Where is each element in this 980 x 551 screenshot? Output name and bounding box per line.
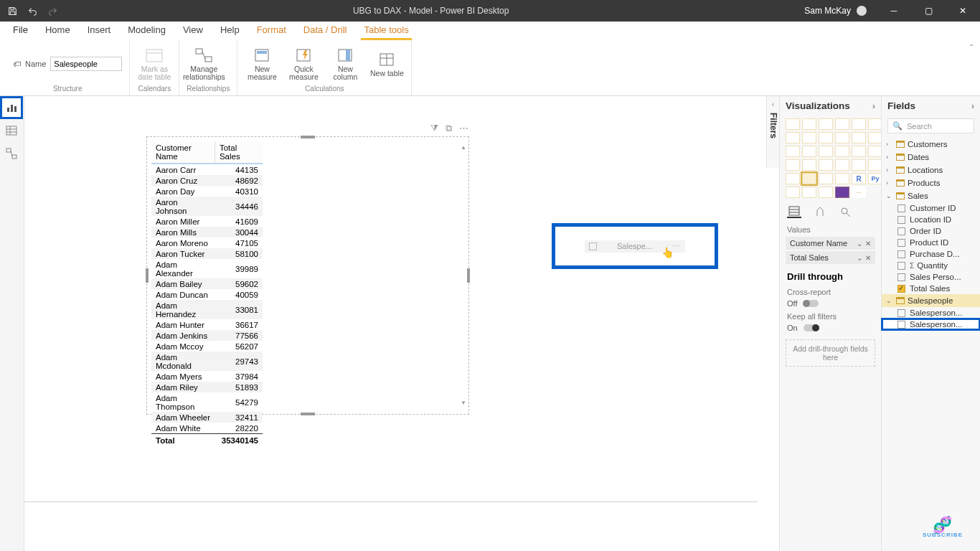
viz-shape-map[interactable] bbox=[819, 159, 833, 171]
table-row[interactable]: Aaron Cruz48692 bbox=[151, 175, 263, 186]
viz-treemap[interactable] bbox=[868, 146, 882, 157]
drill-through-dropzone[interactable]: Add drill-through fields here bbox=[786, 339, 875, 367]
table-row[interactable]: Adam Bailey59602 bbox=[151, 278, 263, 289]
viz-filled-map[interactable] bbox=[802, 159, 816, 171]
table-row[interactable]: Aaron Carr44135 bbox=[151, 164, 263, 175]
viz-line-stacked[interactable] bbox=[835, 132, 849, 143]
field-checkbox[interactable] bbox=[897, 285, 905, 293]
viz-line-clustered[interactable] bbox=[852, 132, 866, 143]
col-header-customer[interactable]: Customer Name bbox=[151, 141, 215, 164]
tab-view[interactable]: View bbox=[174, 22, 212, 39]
viz-qa[interactable] bbox=[819, 187, 833, 198]
table-row[interactable]: Aaron Johnson34446 bbox=[151, 197, 263, 216]
field-item[interactable]: Product ID bbox=[882, 237, 980, 248]
field-checkbox[interactable] bbox=[897, 239, 905, 247]
table-row[interactable]: Adam Myers37984 bbox=[151, 371, 263, 382]
tab-insert[interactable]: Insert bbox=[79, 22, 120, 39]
table-row[interactable]: Adam Wheeler32411 bbox=[151, 412, 263, 423]
mark-as-date-table-button[interactable]: Mark as date table bbox=[137, 47, 171, 81]
maximize-button[interactable]: ▢ bbox=[914, 0, 943, 22]
report-view-button[interactable] bbox=[0, 96, 23, 119]
new-column-button[interactable]: New column bbox=[328, 47, 362, 81]
table-salespeople[interactable]: ⌄Salespeople bbox=[882, 294, 980, 307]
field-checkbox[interactable] bbox=[897, 309, 905, 317]
tab-file[interactable]: File bbox=[4, 22, 37, 39]
keep-filters-toggle[interactable] bbox=[804, 324, 819, 331]
scroll-down-icon[interactable]: ▼ bbox=[460, 400, 467, 407]
field-checkbox[interactable] bbox=[897, 227, 905, 235]
quick-measure-button[interactable]: Quick measure bbox=[286, 47, 321, 81]
analytics-tab-icon[interactable] bbox=[839, 205, 853, 218]
filters-panel-collapsed[interactable]: ‹ Filters bbox=[766, 96, 779, 168]
fields-tab-icon[interactable] bbox=[787, 205, 801, 218]
new-table-button[interactable]: New table bbox=[369, 51, 404, 77]
field-checkbox[interactable] bbox=[897, 321, 905, 329]
tab-table-tools[interactable]: Table tools bbox=[355, 22, 417, 39]
viz-map[interactable] bbox=[786, 159, 800, 171]
field-item[interactable]: ΣQuantity bbox=[882, 260, 980, 271]
viz-funnel[interactable] bbox=[802, 146, 816, 157]
cross-report-toggle[interactable] bbox=[803, 300, 819, 307]
more-options-icon[interactable]: ⋯ bbox=[459, 123, 468, 134]
table-locations[interactable]: ›Locations bbox=[882, 164, 980, 176]
chevron-down-icon[interactable]: ⌄ bbox=[857, 254, 862, 262]
tab-help[interactable]: Help bbox=[212, 22, 248, 39]
table-sales[interactable]: ⌄Sales bbox=[882, 189, 980, 202]
table-row[interactable]: Adam Hernandez33081 bbox=[151, 300, 263, 319]
tab-modeling[interactable]: Modeling bbox=[119, 22, 174, 39]
table-dates[interactable]: ›Dates bbox=[882, 151, 980, 164]
viz-100-bar[interactable] bbox=[852, 118, 866, 130]
tab-format[interactable]: Format bbox=[248, 22, 295, 39]
viz-table[interactable] bbox=[819, 173, 833, 184]
chevron-down-icon[interactable]: ⌄ bbox=[857, 240, 862, 248]
remove-icon[interactable]: ✕ bbox=[865, 240, 871, 248]
new-measure-button[interactable]: New measure bbox=[245, 47, 279, 81]
resize-handle-right[interactable] bbox=[467, 268, 470, 283]
table-visual[interactable]: ⧩ ⧉ ⋯ Customer Name Total Sales Aaron Ca… bbox=[146, 136, 469, 415]
field-checkbox[interactable] bbox=[897, 273, 905, 281]
field-checkbox[interactable] bbox=[897, 216, 905, 224]
chevron-right-icon[interactable]: › bbox=[971, 101, 974, 111]
viz-clustered-bar[interactable] bbox=[819, 118, 833, 130]
table-scrollbar[interactable]: ▲ ▼ bbox=[460, 144, 467, 407]
viz-more[interactable]: ⋯ bbox=[852, 187, 866, 198]
field-item[interactable]: Salesperson... bbox=[882, 319, 980, 330]
format-tab-icon[interactable] bbox=[813, 205, 827, 218]
focus-mode-icon[interactable]: ⧉ bbox=[446, 123, 452, 134]
field-item[interactable]: Location ID bbox=[882, 214, 980, 225]
field-item[interactable]: Total Sales bbox=[882, 283, 980, 294]
viz-kpi[interactable] bbox=[786, 173, 800, 184]
viz-stacked-area[interactable] bbox=[819, 132, 833, 143]
table-row[interactable]: Adam Thompson54279 bbox=[151, 392, 263, 412]
tab-home[interactable]: Home bbox=[37, 22, 79, 39]
table-row[interactable]: Adam Riley51893 bbox=[151, 382, 263, 392]
close-button[interactable]: ✕ bbox=[948, 0, 977, 22]
viz-line[interactable] bbox=[786, 132, 800, 143]
viz-stacked-bar[interactable] bbox=[786, 118, 800, 130]
manage-relationships-button[interactable]: Manage relationships bbox=[187, 47, 221, 81]
field-item[interactable]: Customer ID bbox=[882, 202, 980, 214]
well-customer-name[interactable]: Customer Name ⌄✕ bbox=[786, 237, 875, 250]
field-item[interactable]: Purchase D... bbox=[882, 248, 980, 260]
name-input[interactable] bbox=[50, 57, 122, 71]
field-checkbox[interactable] bbox=[897, 250, 905, 258]
redo-icon[interactable] bbox=[47, 6, 57, 16]
table-row[interactable]: Aaron Tucker58100 bbox=[151, 248, 263, 259]
table-row[interactable]: Adam Duncan40059 bbox=[151, 289, 263, 300]
table-row[interactable]: Adam Hunter36617 bbox=[151, 319, 263, 330]
fields-search[interactable]: 🔍 Search bbox=[887, 118, 974, 133]
undo-icon[interactable] bbox=[27, 6, 37, 16]
table-row[interactable]: Adam Mcdonald29743 bbox=[151, 352, 263, 371]
table-row[interactable]: Aaron Moreno47105 bbox=[151, 237, 263, 248]
viz-paginated[interactable] bbox=[835, 187, 849, 198]
viz-area[interactable] bbox=[802, 132, 816, 143]
resize-handle-top[interactable] bbox=[301, 136, 315, 138]
table-row[interactable]: Aaron Miller41609 bbox=[151, 216, 263, 227]
viz-matrix[interactable] bbox=[835, 173, 849, 184]
viz-r[interactable]: R bbox=[852, 173, 866, 184]
viz-gauge[interactable] bbox=[835, 159, 849, 171]
field-checkbox[interactable] bbox=[897, 262, 905, 270]
minimize-button[interactable]: ─ bbox=[880, 0, 908, 22]
viz-python[interactable]: Py bbox=[868, 173, 882, 184]
subscribe-logo[interactable]: 🧬 SUBSCRIBE bbox=[923, 519, 963, 538]
